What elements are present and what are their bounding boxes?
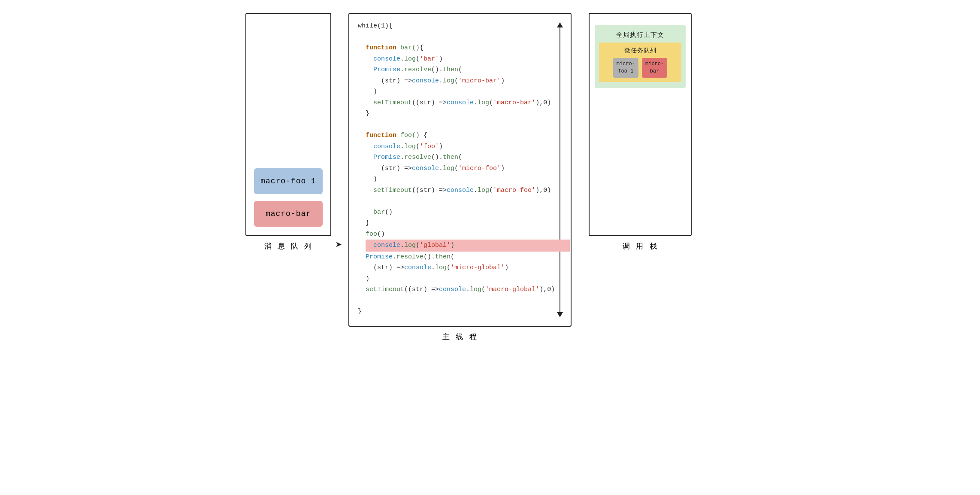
- microtask-foo: micro-foo 1: [613, 58, 638, 78]
- main-layout: macro-foo 1 macro-bar 消 息 队 列 while(1){ …: [245, 13, 735, 342]
- macro-foo-item: macro-foo 1: [254, 168, 323, 194]
- message-queue-label: 消 息 队 列: [264, 241, 313, 251]
- execution-flow-arrow: [557, 22, 563, 317]
- left-section: macro-foo 1 macro-bar 消 息 队 列: [245, 13, 331, 251]
- call-stack-label: 调 用 栈: [623, 241, 657, 251]
- microtask-items: micro-foo 1 micro-bar: [602, 58, 678, 78]
- global-exec-label: 全局执行上下文: [599, 31, 681, 39]
- code-block: while(1){ function bar(){ console.log('b…: [358, 21, 562, 317]
- message-queue-panel: macro-foo 1 macro-bar: [245, 13, 331, 236]
- arrow-line: [560, 27, 560, 312]
- macro-bar-item: macro-bar: [254, 201, 323, 227]
- mid-section: while(1){ function bar(){ console.log('b…: [348, 13, 572, 342]
- call-stack-panel: 全局执行上下文 微任务队列 micro-foo 1 micro-bar: [589, 13, 692, 236]
- microtask-queue: 微任务队列 micro-foo 1 micro-bar: [599, 43, 681, 82]
- right-section: 全局执行上下文 微任务队列 micro-foo 1 micro-bar 调 用 …: [589, 13, 692, 251]
- microtask-queue-label: 微任务队列: [602, 47, 678, 55]
- microtask-bar: micro-bar: [642, 58, 667, 78]
- global-exec-context: 全局执行上下文 微任务队列 micro-foo 1 micro-bar: [595, 25, 686, 88]
- arrow-top-head: [557, 22, 563, 27]
- main-thread-label: 主 线 程: [442, 332, 477, 342]
- main-thread-panel: while(1){ function bar(){ console.log('b…: [348, 13, 572, 327]
- arrow-bottom-head: [557, 312, 563, 317]
